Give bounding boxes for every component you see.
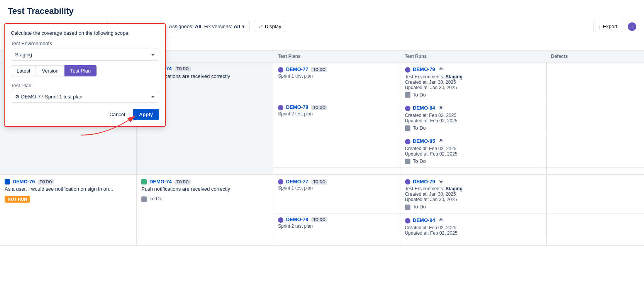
gear-icon-plan-4	[278, 217, 283, 223]
popup-actions: Cancel Apply	[11, 109, 159, 120]
run-updated-84: Updated at: Feb 02, 2025	[405, 118, 542, 124]
plan-name-4: Sprint 2 test plan	[278, 223, 395, 229]
run-cell-empty-2	[400, 239, 546, 245]
run-status: To Do	[413, 92, 426, 98]
info-icon[interactable]: i	[628, 22, 636, 31]
run-link-demo79[interactable]: DEMO-79	[413, 66, 435, 72]
plan-name-3: Sprint 1 test plan	[278, 185, 395, 191]
scope-popup: Calculate the coverage based on the foll…	[4, 23, 166, 127]
plan-link-demo78-2[interactable]: DEMO-78	[286, 217, 308, 222]
run-status-85: To Do	[413, 158, 426, 164]
scope-buttons: Latest Version Test Plan	[11, 65, 159, 76]
plan-link-demo77-2[interactable]: DEMO-77	[286, 179, 308, 184]
apply-button[interactable]: Apply	[133, 109, 159, 120]
plan-badge-todo-2: TO DO	[311, 105, 327, 110]
scope-btn-testplan[interactable]: Test Plan	[64, 65, 97, 76]
popup-overlay: Calculate the coverage based on the foll…	[4, 23, 166, 127]
col-header-defects: Defects	[546, 51, 644, 63]
plan-cell-1c	[273, 134, 400, 168]
defect-cell-2b	[546, 213, 644, 239]
gear-icon-run-85	[405, 139, 410, 144]
defect-cell-1c	[546, 134, 644, 168]
col-header-runs: Test Runs	[400, 51, 546, 63]
gear-icon-plan-2	[278, 105, 283, 110]
run-created-85: Created at: Feb 02, 2025	[405, 146, 542, 151]
gear-icon-plan-3	[278, 179, 283, 184]
req-link-demo76[interactable]: DEMO-76	[13, 179, 35, 184]
page-title: Test Traceability	[8, 6, 636, 16]
page-wrapper: Test Traceability Analysis & Scope: Late…	[0, 0, 644, 308]
export-label: Export	[603, 24, 617, 29]
plan-cell-2a: DEMO-77 TO DO Sprint 1 test plan	[273, 175, 400, 213]
env-label: Test Environments	[11, 41, 159, 46]
export-button[interactable]: ↓ Export	[593, 21, 622, 32]
list-icon	[405, 92, 410, 98]
plan-select[interactable]: ⚙ DEMO-77 Sprint 1 test plan ⚙ DEMO-78 S…	[11, 91, 159, 103]
plan-name-1: Sprint 1 test plan	[278, 73, 395, 79]
req-description-demo76: As a user, I would see notification on s…	[5, 186, 132, 192]
plan-link-demo78[interactable]: DEMO-78	[286, 104, 308, 110]
chevron-down-icon-filters: ▾	[242, 24, 245, 29]
eye-icon[interactable]: 👁	[439, 66, 444, 72]
list-icon-test-2	[141, 196, 147, 202]
run-cell-empty	[400, 168, 546, 174]
tests-cell-2: DEMO-74 TO DO Push notifications are rec…	[137, 175, 273, 245]
run-cell-demo85: DEMO-85 👁 Created at: Feb 02, 2025 Updat…	[400, 134, 546, 168]
run-cell-demo79-2: DEMO-79 👁 Test Environments: Staging Cre…	[400, 175, 546, 213]
run-env-2: Test Environments: Staging	[405, 186, 542, 191]
gear-icon-run-84	[405, 106, 410, 111]
defect-cell-1b	[546, 101, 644, 134]
list-icon-79-2	[405, 205, 410, 210]
eye-icon-84[interactable]: 👁	[439, 105, 444, 111]
eye-icon-79-2[interactable]: 👁	[439, 179, 444, 184]
plan-cell-1a: DEMO-77 TO DO Sprint 1 test plan	[273, 63, 400, 101]
eye-icon-85[interactable]: 👁	[439, 138, 444, 144]
popup-description: Calculate the coverage based on the foll…	[11, 30, 159, 36]
run-updated-84-2: Updated at: Feb 02, 2025	[405, 230, 542, 236]
checkbox-icon-demo74	[141, 179, 147, 184]
plan-link-demo77[interactable]: DEMO-77	[286, 66, 308, 72]
list-icon-85	[405, 159, 410, 164]
display-button[interactable]: ⇌ Display	[254, 21, 286, 32]
test-link-demo74-2[interactable]: DEMO-74	[149, 179, 172, 184]
env-select[interactable]: Staging Production Development	[11, 49, 159, 61]
defect-cell-2c	[546, 239, 644, 245]
plan-cell-2c	[273, 239, 400, 245]
defect-cell-2a	[546, 175, 644, 213]
req-cell-demo76: DEMO-76 TO DO As a user, I would see not…	[0, 175, 137, 245]
req-badge-todo: TO DO	[38, 179, 54, 184]
run-updated-85: Updated at: Feb 02, 2025	[405, 151, 542, 157]
test-description-2: Push notifications are received correctl…	[141, 186, 268, 192]
run-link-demo79-2[interactable]: DEMO-79	[413, 179, 435, 184]
table-row: DEMO-76 TO DO As a user, I would see not…	[0, 175, 644, 213]
gear-icon-plan-1	[278, 67, 283, 73]
col-header-plans: Test Plans	[273, 51, 400, 63]
run-updated-79-2: Updated at: Jan 30, 2025	[405, 197, 542, 202]
plan-name-2: Sprint 2 test plan	[278, 111, 395, 117]
plan-cell-1d	[273, 168, 400, 174]
run-status-79-2: To Do	[413, 204, 426, 210]
run-env: Test Environments: Staging	[405, 74, 542, 80]
toolbar-right: ↓ Export i	[593, 21, 636, 32]
test-status-2: To Do	[149, 196, 163, 201]
cancel-button[interactable]: Cancel	[105, 109, 129, 120]
list-icon-84	[405, 125, 410, 131]
scope-btn-version[interactable]: Version	[36, 65, 64, 76]
scope-btn-latest[interactable]: Latest	[11, 65, 36, 76]
checkbox-icon-demo76	[5, 179, 10, 184]
run-link-demo84[interactable]: DEMO-84	[413, 105, 435, 111]
run-cell-demo79: DEMO-79 👁 Test Environments: Staging Cre…	[400, 63, 546, 101]
gear-icon-run-79	[405, 67, 410, 73]
plan-label: Test Plan	[11, 83, 159, 88]
run-created-84-2: Created at: Feb 02, 2025	[405, 225, 542, 230]
run-updated: Updated at: Jan 30, 2025	[405, 85, 542, 90]
run-link-demo84-2[interactable]: DEMO-84	[413, 217, 435, 223]
plan-badge-todo: TO DO	[311, 67, 327, 72]
run-link-demo85[interactable]: DEMO-85	[413, 138, 435, 144]
download-icon: ↓	[598, 24, 601, 29]
display-label: Display	[265, 24, 281, 29]
plan-badge-todo-4: TO DO	[311, 217, 327, 222]
defect-cell-1d	[546, 168, 644, 174]
not-run-badge: NOT RUN	[5, 196, 30, 203]
eye-icon-84-2[interactable]: 👁	[439, 217, 444, 223]
